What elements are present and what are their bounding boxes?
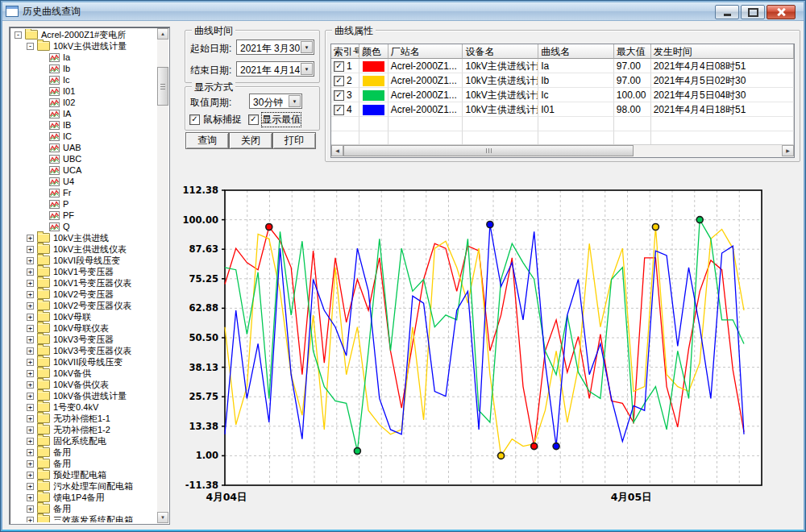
svg-text:13.38: 13.38 [189,421,218,432]
svg-text:62.88: 62.88 [189,302,218,314]
svg-text:4月04日: 4月04日 [206,491,247,503]
svg-text:112.38: 112.38 [183,185,218,196]
svg-text:1.00: 1.00 [196,450,218,461]
svg-text:25.75: 25.75 [189,391,218,402]
svg-text:75.25: 75.25 [189,273,218,285]
svg-text:4月05日: 4月05日 [611,491,652,503]
history-curve-chart[interactable]: 112.38100.0087.6375.2562.8850.5038.1325.… [2,2,806,532]
svg-text:-11.38: -11.38 [185,480,218,491]
app-window: 历史曲线查询 -Acrel-2000Z1#变电所-10kV主供进线计量IaIbI… [0,0,806,532]
svg-text:38.13: 38.13 [189,362,218,373]
svg-text:100.00: 100.00 [183,214,218,226]
svg-text:50.50: 50.50 [189,332,218,343]
svg-text:87.63: 87.63 [189,243,218,255]
